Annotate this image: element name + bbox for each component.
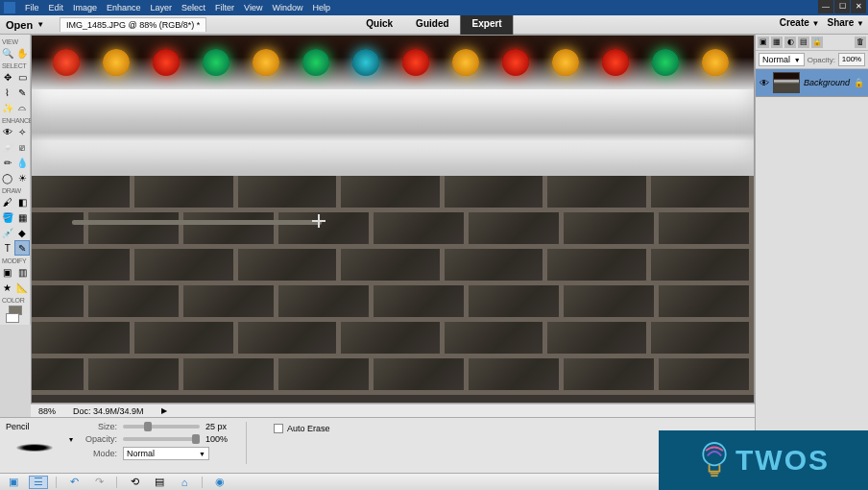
gradient-tool[interactable]: ▦ xyxy=(15,209,31,225)
smart-brush-tool[interactable]: ✏ xyxy=(0,155,15,170)
layer-blend-mode-select[interactable]: Normal ▼ xyxy=(759,53,805,66)
tab-guided[interactable]: Guided xyxy=(404,15,460,35)
straighten-tool[interactable]: 📐 xyxy=(15,280,31,295)
opacity-value[interactable]: 100% xyxy=(205,434,232,444)
light-red-icon xyxy=(602,49,629,76)
menu-image[interactable]: Image xyxy=(73,3,97,12)
lasso-tool[interactable]: ⌇ xyxy=(0,85,15,100)
close-button[interactable]: ✕ xyxy=(851,0,866,13)
menu-enhance[interactable]: Enhance xyxy=(107,3,141,12)
lock-layer-icon[interactable]: 🔒 xyxy=(811,37,823,48)
menu-edit[interactable]: Edit xyxy=(49,3,64,12)
divider xyxy=(246,422,247,464)
section-enhance: ENHANCE xyxy=(0,115,30,124)
toolbox: VIEW 🔍 ✋ SELECT ✥ ▭ ⌇ ✎ ✨ ⌓ ENHANCE 👁 ✧ … xyxy=(0,35,31,325)
hand-tool[interactable]: ✋ xyxy=(15,45,31,61)
image-lights-strip xyxy=(32,36,754,89)
help-button[interactable]: ◉ xyxy=(210,476,229,489)
size-value[interactable]: 25 px xyxy=(205,422,232,431)
layout-button[interactable]: ▤ xyxy=(150,476,169,489)
menu-window[interactable]: Window xyxy=(272,3,302,12)
move-tool[interactable]: ✥ xyxy=(0,69,15,85)
tab-quick[interactable]: Quick xyxy=(354,15,404,35)
layer-thumbnail[interactable] xyxy=(773,72,800,93)
divider xyxy=(116,477,117,488)
light-red-icon xyxy=(53,49,80,76)
blend-mode-select[interactable]: Normal ▼ xyxy=(123,447,209,460)
layer-mask-icon[interactable]: ▤ xyxy=(798,37,809,48)
menu-layer[interactable]: Layer xyxy=(151,3,173,12)
menu-help[interactable]: Help xyxy=(312,3,330,12)
recompose-tool[interactable]: ▥ xyxy=(15,264,31,280)
layer-opacity-label: Opacity: xyxy=(808,56,835,64)
status-arrow-icon[interactable]: ▶ xyxy=(161,406,167,415)
opacity-slider[interactable] xyxy=(123,437,200,441)
minimize-button[interactable]: — xyxy=(818,0,833,13)
eraser-tool[interactable]: ◧ xyxy=(15,194,31,209)
divider xyxy=(202,477,203,488)
zoom-level[interactable]: 88% xyxy=(38,406,56,416)
blur-tool[interactable]: 💧 xyxy=(15,155,31,170)
menu-select[interactable]: Select xyxy=(181,3,205,12)
section-select: SELECT xyxy=(0,61,30,69)
marquee-tool[interactable]: ▭ xyxy=(15,69,31,85)
lock-icon[interactable]: 🔒 xyxy=(854,78,864,87)
document-tab[interactable]: IMG_1485.JPG @ 88% (RGB/8*) * xyxy=(60,17,206,32)
watermark-overlay: TWOS xyxy=(659,430,868,490)
sponge-tool[interactable]: ◯ xyxy=(0,170,15,185)
type-tool[interactable]: T xyxy=(0,240,14,256)
chevron-down-icon: ▼ xyxy=(36,20,44,29)
quick-select-tool[interactable]: ✎ xyxy=(15,85,31,100)
organizer-button[interactable]: ⌂ xyxy=(175,476,194,489)
menu-file[interactable]: File xyxy=(25,3,39,12)
clone-stamp-tool[interactable]: ⎚ xyxy=(15,139,31,155)
divider xyxy=(56,477,57,488)
image-bricks xyxy=(32,176,754,403)
layer-name[interactable]: Background xyxy=(804,78,850,87)
delete-layer-icon[interactable]: 🗑 xyxy=(855,37,866,48)
document-canvas[interactable] xyxy=(32,36,754,403)
layer-row[interactable]: 👁 Background 🔒 xyxy=(756,69,868,97)
pencil-tool[interactable]: ✎ xyxy=(14,240,30,256)
brush-preview[interactable] xyxy=(6,437,63,458)
section-draw: DRAW xyxy=(0,185,30,194)
photo-bin-button[interactable]: ▣ xyxy=(4,476,23,489)
zoom-tool[interactable]: 🔍 xyxy=(0,45,15,61)
undo-button[interactable]: ↶ xyxy=(64,476,84,489)
light-yellow-icon xyxy=(253,49,279,76)
magic-wand-tool[interactable]: ✨ xyxy=(0,100,15,115)
tool-options-button[interactable]: ☰ xyxy=(29,476,48,489)
share-dropdown[interactable]: Share ▼ xyxy=(828,17,865,28)
new-layer-icon[interactable]: ▣ xyxy=(758,37,769,48)
open-dropdown[interactable]: Open ▼ xyxy=(0,19,50,31)
dodge-tool[interactable]: ☀ xyxy=(15,170,31,185)
background-color-swatch[interactable] xyxy=(6,313,19,323)
create-dropdown[interactable]: Create ▼ xyxy=(780,17,820,28)
paint-bucket-tool[interactable]: 🪣 xyxy=(0,209,15,225)
menu-view[interactable]: View xyxy=(244,3,262,12)
brush-tool[interactable]: 🖌 xyxy=(0,194,15,209)
svg-point-0 xyxy=(703,443,725,465)
light-red-icon xyxy=(153,49,180,76)
spot-heal-tool[interactable]: 🩹 xyxy=(0,139,15,155)
menu-filter[interactable]: Filter xyxy=(215,3,234,12)
new-group-icon[interactable]: ▦ xyxy=(771,37,783,48)
cookie-cutter-tool[interactable]: ★ xyxy=(0,280,15,295)
section-modify: MODIFY xyxy=(0,256,30,264)
auto-erase-checkbox[interactable]: Auto Erase xyxy=(274,424,330,433)
redo-button[interactable]: ↷ xyxy=(89,476,108,489)
tab-expert[interactable]: Expert xyxy=(461,15,514,35)
shape-tool[interactable]: ◆ xyxy=(15,225,31,240)
maximize-button[interactable]: ☐ xyxy=(834,0,850,13)
redeye-tool[interactable]: 👁 xyxy=(0,124,15,139)
rotate-button[interactable]: ⟲ xyxy=(125,476,144,489)
eyedropper-tool[interactable]: 💉 xyxy=(0,225,15,240)
crop-tool[interactable]: ▣ xyxy=(0,264,15,280)
size-slider[interactable] xyxy=(123,425,200,429)
visibility-toggle-icon[interactable]: 👁 xyxy=(760,78,769,88)
layer-opacity-input[interactable]: 100% xyxy=(838,53,865,66)
whiten-teeth-tool[interactable]: ✧ xyxy=(15,124,31,139)
adjustment-layer-icon[interactable]: ◐ xyxy=(784,37,796,48)
selection-brush-tool[interactable]: ⌓ xyxy=(15,100,31,115)
preset-picker-icon[interactable]: ▾ xyxy=(69,435,73,444)
